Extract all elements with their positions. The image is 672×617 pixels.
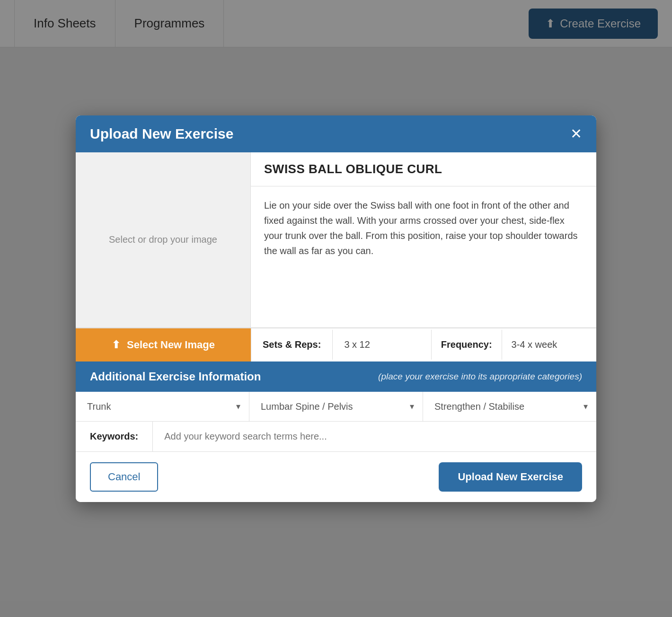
exercise-name: SWISS BALL OBLIQUE CURL xyxy=(251,152,596,186)
modal-header: Upload New Exercise ✕ xyxy=(76,115,596,152)
keywords-row: Keywords: xyxy=(76,422,596,452)
sets-label: Sets & Reps: xyxy=(251,330,333,360)
upload-exercise-modal: Upload New Exercise ✕ Select or drop you… xyxy=(76,115,596,502)
modal-close-button[interactable]: ✕ xyxy=(570,127,582,141)
select-new-image-button[interactable]: Select New Image xyxy=(76,328,251,361)
exercise-info-panel: SWISS BALL OBLIQUE CURL Lie on your side… xyxy=(251,152,596,327)
upload-new-exercise-button[interactable]: Upload New Exercise xyxy=(439,462,582,492)
dropdowns-row: Trunk Upper Body Lower Body Full Body ▾ … xyxy=(76,392,596,422)
exercise-type-dropdown[interactable]: Strengthen / Stabilise Stretch Mobilise … xyxy=(423,392,596,421)
modal-overlay: Upload New Exercise ✕ Select or drop you… xyxy=(0,0,672,617)
sets-info: Sets & Reps: 3 x 12 Frequency: 3-4 x wee… xyxy=(251,328,596,361)
select-image-upload-icon xyxy=(112,339,120,351)
additional-info-hint: (place your exercise into its appropriat… xyxy=(378,371,582,382)
freq-label: Frequency: xyxy=(432,330,502,360)
body-region-dropdown-container: Trunk Upper Body Lower Body Full Body ▾ xyxy=(76,392,249,421)
sets-value: 3 x 12 xyxy=(333,330,431,360)
sets-row: Select New Image Sets & Reps: 3 x 12 Fre… xyxy=(76,328,596,361)
modal-body-top: Select or drop your image SWISS BALL OBL… xyxy=(76,152,596,328)
keywords-label: Keywords: xyxy=(76,422,153,451)
cancel-button[interactable]: Cancel xyxy=(90,462,158,492)
image-drop-area: Select or drop your image xyxy=(76,152,251,327)
modal-title: Upload New Exercise xyxy=(90,126,233,142)
body-region-dropdown[interactable]: Trunk Upper Body Lower Body Full Body xyxy=(76,392,249,421)
exercise-description: Lie on your side over the Swiss ball wit… xyxy=(251,186,596,270)
freq-value: 3-4 x week xyxy=(502,330,596,360)
image-placeholder: Select or drop your image xyxy=(109,234,217,245)
body-part-dropdown-container: Lumbar Spine / Pelvis Shoulder Hip Knee … xyxy=(249,392,423,421)
body-part-dropdown[interactable]: Lumbar Spine / Pelvis Shoulder Hip Knee xyxy=(249,392,423,421)
additional-info-title: Additional Exercise Information xyxy=(90,370,261,383)
modal-footer: Cancel Upload New Exercise xyxy=(76,452,596,502)
keywords-input[interactable] xyxy=(153,422,596,451)
exercise-type-dropdown-container: Strengthen / Stabilise Stretch Mobilise … xyxy=(423,392,596,421)
additional-info-header: Additional Exercise Information (place y… xyxy=(76,361,596,392)
